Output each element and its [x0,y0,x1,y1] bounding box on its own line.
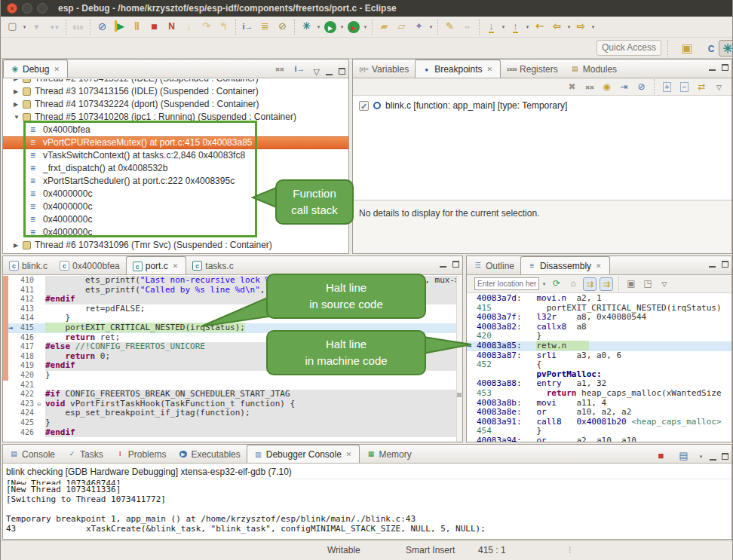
show-debug-toolbar-icon[interactable] [257,19,273,35]
expander-icon[interactable]: ▶ [14,85,23,98]
stack-frame-row[interactable]: ≡vTaskSwitchContext() at tasks.c:2,846 0… [3,149,348,162]
external-tools-icon[interactable] [348,21,360,33]
thread-row[interactable]: ▼Thread #5 1073410208 (ipc1 : Running) (… [3,111,348,124]
minimize-view-icon[interactable] [709,69,716,71]
maximize-view-icon[interactable] [722,64,728,71]
stack-frame-row-selected[interactable]: ≡vPortCPUReleaseMutex() at port.c:415 0x… [3,136,348,149]
expander-icon[interactable]: ▼ [14,111,23,124]
binary-console-icon[interactable] [70,19,86,35]
back-icon[interactable] [549,19,565,35]
tab-0x4000bfea[interactable]: c0x4000bfea [54,256,126,274]
expander-icon[interactable]: ▶ [14,239,23,252]
stack-frame-row[interactable]: ≡xPortStartScheduler() at port.c:222 0x4… [3,175,348,188]
go-to-file-icon[interactable] [617,80,631,94]
run-dropdown-icon[interactable]: ▾ [339,24,345,30]
minimize-icon[interactable] [22,3,32,14]
code-line[interactable]: 413 ret=pdFALSE; [3,304,462,314]
step-over-icon[interactable] [198,19,214,35]
tab-tasks-c[interactable]: ctasks.c [186,256,239,274]
forward-icon[interactable] [573,19,589,35]
close-tab-icon[interactable]: ✕ [594,262,603,271]
save-icon[interactable] [29,19,44,35]
expander-icon[interactable]: ▶ [14,98,23,111]
run-launch-icon[interactable] [324,21,336,33]
stack-frame-row[interactable]: ≡0x4000000c [3,226,348,239]
forward-dropdown-icon[interactable]: ▾ [590,24,597,30]
terminate-icon[interactable] [146,19,162,35]
close-tab-icon[interactable]: ✕ [171,262,180,271]
next-annotation-icon[interactable] [483,19,499,35]
disconnect-icon[interactable] [164,19,179,35]
disassembly-listing[interactable]: 40083a7d: movi.n a2, 1415 portEXIT_CRITI… [467,294,731,442]
code-line[interactable]: 426#endif [3,428,462,438]
code-line[interactable]: 40083a94: or a2, a10, a10 [467,436,731,442]
use-step-filters-icon[interactable] [274,19,290,35]
thread-row[interactable]: ▶Thread #3 1073413156 (IDLE) (Suspended … [3,85,348,98]
debug-perspective-icon[interactable] [719,40,733,57]
source-editor[interactable]: 410 ets_printf("Last non-recursive lock … [3,276,462,442]
stack-frame-row[interactable]: ≡0x4000bfea [3,124,348,136]
last-edit-location-icon[interactable] [532,19,547,35]
skip-breakpoints-icon[interactable] [94,19,110,35]
minimize-view-icon[interactable] [440,266,446,268]
new-icon[interactable] [5,19,20,35]
remove-terminated-icon[interactable] [274,63,286,79]
close-icon[interactable]: × [7,3,17,14]
tab-tasks[interactable]: Tasks [61,445,109,463]
suspend-icon[interactable] [129,19,145,35]
terminate-icon[interactable] [653,448,669,464]
tab-problems[interactable]: Problems [109,445,173,463]
tab-executables[interactable]: Executables [172,445,246,463]
minimize-view-icon[interactable] [326,74,333,75]
minimize-view-icon[interactable] [710,459,716,461]
display-console-icon[interactable] [676,448,692,464]
remove-all-breakpoints-icon[interactable] [582,80,597,94]
new-project-icon[interactable] [376,19,392,35]
sync-context-icon[interactable] [600,277,613,291]
tab-debug[interactable]: Debug ✕ [3,60,68,78]
wizard-dropdown-icon[interactable]: ▾ [428,24,434,30]
location-dropdown-icon[interactable]: ▾ [541,281,547,287]
home-icon[interactable] [566,277,580,291]
open-element-icon[interactable] [394,19,409,35]
overview-ruler[interactable] [456,276,462,442]
maximize-icon[interactable] [37,3,48,14]
track-expression-icon[interactable] [583,277,597,291]
step-return-icon[interactable] [216,19,232,35]
location-input[interactable] [474,277,539,290]
skip-all-breakpoints-icon[interactable] [634,80,649,94]
tab-outline[interactable]: Outline [467,256,520,274]
maximize-view-icon[interactable] [722,453,728,460]
quick-access-button[interactable]: Quick Access [597,40,661,56]
step-into-icon[interactable] [181,19,197,35]
code-line[interactable]: 419#endif [3,361,462,371]
back-dropdown-icon[interactable]: ▾ [566,24,572,30]
new-dropdown-icon[interactable]: ▾ [21,24,28,30]
close-tab-icon[interactable]: ✕ [345,450,354,459]
breakpoint-item[interactable]: ✓ blink.c [function: app_main] [type: Te… [353,96,731,111]
maximize-view-icon[interactable] [339,68,345,75]
console-output[interactable]: [New Thread 1073468744][New Thread 10734… [3,479,731,534]
tab-console[interactable]: Console [3,445,61,463]
previous-annotation-dropdown-icon[interactable]: ▾ [524,24,531,30]
debug-launch-icon[interactable] [299,19,314,35]
maximize-view-icon[interactable] [722,261,728,268]
tab-debugger-console[interactable]: Debugger Console✕ [247,445,360,463]
maximize-view-icon[interactable] [452,261,459,268]
thread-row[interactable]: ▶Thread #4 1073432224 (dport) (Suspended… [3,98,348,111]
remove-breakpoint-icon[interactable] [565,80,579,94]
console-dropdown-icon[interactable]: ▾ [698,454,704,460]
collapse-all-icon[interactable] [677,80,692,94]
open-perspective-icon[interactable] [678,40,696,57]
stack-frame-row[interactable]: ≡0x4000000c [3,200,348,213]
close-tab-icon[interactable]: ✕ [486,65,495,74]
refresh-icon[interactable] [550,277,563,291]
instruction-stepping-toggle-icon[interactable] [293,63,307,79]
next-annotation-dropdown-icon[interactable]: ▾ [500,24,507,30]
stack-frame-row[interactable]: ≡_frxt_dispatch() at 0x4008532b [3,162,348,175]
expand-all-icon[interactable] [660,80,674,94]
show-breakpoints-supported-icon[interactable] [600,80,614,94]
view-menu-icon[interactable]: ▽ [314,66,320,77]
expander-icon[interactable]: ▶ [14,79,23,85]
stack-frame-row[interactable]: ≡0x4000000c [3,213,348,226]
